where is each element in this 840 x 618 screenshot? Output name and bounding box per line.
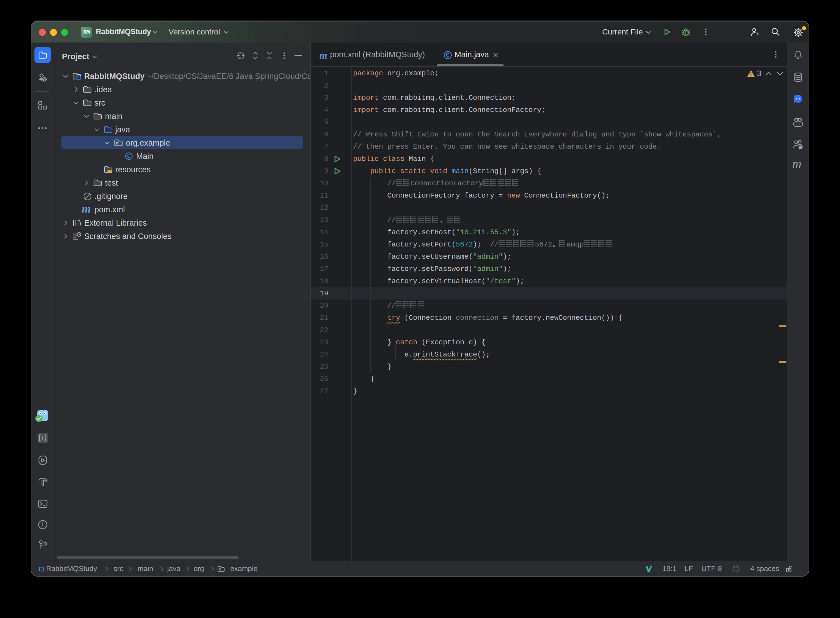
- svg-text:?: ?: [43, 77, 46, 82]
- svg-text:C: C: [127, 154, 131, 159]
- svg-text:C: C: [446, 52, 450, 58]
